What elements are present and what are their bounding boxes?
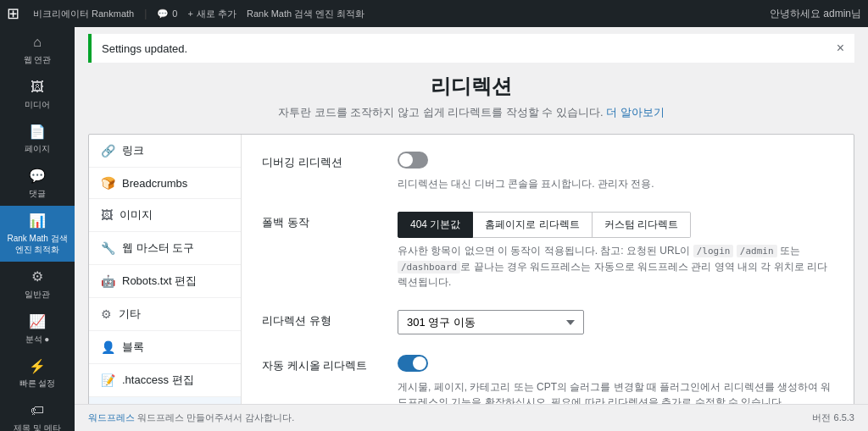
sidebar-item-general[interactable]: ⚙ 일반관 bbox=[0, 262, 75, 307]
behavior-desc: 유사한 항목이 없으면 이 동작이 적용됩니다. 참고: 요청된 URL이 /l… bbox=[398, 243, 833, 290]
sidebar-item-comments[interactable]: 💬 댓글 bbox=[0, 161, 75, 206]
nav-item-images[interactable]: 🖼 이미지 bbox=[89, 199, 241, 232]
sidebar: ⌂ 웹 연관 🖼 미디어 📄 페이지 💬 댓글 📊 Rank Math 검색 엔… bbox=[0, 27, 75, 431]
settings-nav: 🔗 링크 🍞 Breadcrumbs 🖼 이미지 bbox=[89, 135, 242, 404]
auto-setting-row: 자동 케시올 리다렉트 게시물, 페이지, 카테고리 또는 CPT의 슬러그를 … bbox=[262, 355, 833, 404]
other-icon: ⚙ bbox=[101, 307, 112, 321]
auto-toggle-thumb bbox=[413, 356, 426, 370]
robots-icon: 🤖 bbox=[101, 274, 115, 288]
behavior-control: 404 기본값 홈페이지로 리다렉트 커스텀 리다렉트 유사한 항목이 없으면 … bbox=[398, 212, 833, 290]
auto-toggle-track bbox=[398, 355, 428, 372]
version-label: 버전 6.5.3 bbox=[812, 412, 854, 424]
redirect-type-setting-row: 리다렉션 유형 301 영구 이동 302 임시 이동 307 임시 리디렉션 … bbox=[262, 310, 833, 334]
sidebar-item-pages[interactable]: 📄 페이지 bbox=[0, 117, 75, 162]
behavior-btn-custom[interactable]: 커스텀 리다렉트 bbox=[593, 212, 691, 238]
debug-control: 리디렉션는 대신 디버그 콘솔을 표시합니다. 관리자 전용. bbox=[398, 152, 833, 191]
footer-credit: 워드프레스 워드프레스 만들어주셔서 감사합니다. bbox=[88, 412, 294, 424]
rankmath-icon: 📊 bbox=[29, 213, 46, 230]
sidebar-item-home[interactable]: ⌂ 웹 연관 bbox=[0, 27, 75, 72]
admin-bar: ⊞ 비크리에이터 Rankmath | 💬 0 + 새로 추가 Rank Mat… bbox=[0, 0, 868, 27]
notice-close-button[interactable]: × bbox=[837, 41, 844, 56]
page-subtitle: 자투란 코드를 조작하지 않고 쉽게 리다렉트를 작성할 수 있습니다. 더 알… bbox=[88, 105, 854, 120]
images-icon: 🖼 bbox=[101, 208, 113, 222]
nav-item-htaccess[interactable]: 📝 .htaccess 편집 bbox=[89, 364, 241, 397]
htaccess-icon: 📝 bbox=[101, 373, 115, 387]
media-icon: 🖼 bbox=[31, 79, 44, 97]
learn-more-link[interactable]: 더 알아보기 bbox=[606, 106, 665, 119]
comment-count[interactable]: 💬 0 bbox=[157, 8, 177, 19]
redirect-type-control: 301 영구 이동 302 임시 이동 307 임시 리디렉션 410 삭제됨 … bbox=[398, 310, 833, 334]
greeting: 안녕하세요 admin님 bbox=[770, 7, 861, 21]
settings-body: 디버깅 리디렉션 리디렉션는 대신 디버그 콘솔을 표시합니다. 관리자 전용. bbox=[242, 135, 854, 404]
nav-item-webmaster[interactable]: 🔧 웹 마스터 도구 bbox=[89, 232, 241, 265]
page-header: 리디렉션 자투란 코드를 조작하지 않고 쉽게 리다렉트를 작성할 수 있습니다… bbox=[88, 73, 854, 120]
link-icon: 🔗 bbox=[101, 144, 115, 157]
analytics-icon: 📈 bbox=[29, 313, 46, 331]
page-footer: 워드프레스 워드프레스 만들어주셔서 감사합니다. 버전 6.5.3 bbox=[75, 404, 868, 431]
behavior-setting-row: 폴백 동작 404 기본값 홈페이지로 리다렉트 커스텀 리다렉트 유사한 항목… bbox=[262, 212, 833, 290]
notice-text: Settings updated. bbox=[102, 42, 187, 55]
comments-icon: 💬 bbox=[29, 168, 46, 185]
wordpress-link[interactable]: 워드프레스 bbox=[88, 412, 135, 423]
behavior-btn-homepage[interactable]: 홈페이지로 리다렉트 bbox=[473, 212, 592, 238]
auto-toggle[interactable] bbox=[398, 355, 428, 372]
redirect-type-label: 리다렉션 유형 bbox=[262, 310, 381, 329]
nav-item-roles[interactable]: 👤 블록 bbox=[89, 331, 241, 364]
pages-icon: 📄 bbox=[29, 124, 46, 141]
home-icon: ⌂ bbox=[33, 34, 42, 52]
behavior-btn-404[interactable]: 404 기본값 bbox=[398, 212, 473, 238]
nav-item-other[interactable]: ⚙ 기타 bbox=[89, 298, 241, 331]
webmaster-icon: 🔧 bbox=[101, 241, 115, 255]
debug-toggle-track bbox=[398, 152, 428, 169]
quick-icon: ⚡ bbox=[29, 358, 46, 376]
sidebar-item-media[interactable]: 🖼 미디어 bbox=[0, 72, 75, 117]
page-title: 리디렉션 bbox=[88, 73, 854, 100]
settings-panel: 🔗 링크 🍞 Breadcrumbs 🖼 이미지 bbox=[88, 134, 854, 404]
nav-item-redirections[interactable]: ↩ 리디렉션 1 bbox=[89, 397, 241, 404]
nav-item-robots[interactable]: 🤖 Robots.txt 편집 bbox=[89, 265, 241, 298]
sidebar-item-rankmath[interactable]: 📊 Rank Math 검색 엔진 최적화 bbox=[0, 206, 75, 262]
auto-control: 게시물, 페이지, 카테고리 또는 CPT의 슬러그를 변경할 때 플러그인에서… bbox=[398, 355, 833, 404]
sidebar-item-quick-settings[interactable]: ⚡ 빠른 설정 bbox=[0, 351, 75, 396]
titles-icon: 🏷 bbox=[31, 402, 44, 420]
sidebar-item-analytics[interactable]: 📈 분석 ● bbox=[0, 307, 75, 351]
wp-logo[interactable]: ⊞ bbox=[7, 4, 19, 23]
nav-item-links[interactable]: 🔗 링크 bbox=[89, 135, 241, 168]
site-name[interactable]: 비크리에이터 Rankmath bbox=[33, 8, 134, 20]
behavior-btn-group: 404 기본값 홈페이지로 리다렉트 커스텀 리다렉트 bbox=[398, 212, 833, 238]
nav-item-breadcrumbs[interactable]: 🍞 Breadcrumbs bbox=[89, 168, 241, 199]
roles-icon: 👤 bbox=[101, 340, 115, 354]
rankmath-bar[interactable]: Rank Math 검색 엔진 최적화 bbox=[247, 8, 364, 20]
breadcrumbs-icon: 🍞 bbox=[101, 176, 115, 190]
add-new[interactable]: + 새로 추가 bbox=[187, 8, 236, 20]
auto-desc: 게시물, 페이지, 카테고리 또는 CPT의 슬러그를 변경할 때 플러그인에서… bbox=[398, 379, 833, 404]
debug-toggle-thumb bbox=[399, 153, 413, 167]
auto-label: 자동 케시올 리다렉트 bbox=[262, 355, 381, 373]
notice-bar: Settings updated. × bbox=[88, 34, 854, 63]
debug-toggle[interactable] bbox=[398, 152, 428, 169]
behavior-label: 폴백 동작 bbox=[262, 212, 381, 230]
debug-label: 디버깅 리디렉션 bbox=[262, 152, 381, 170]
debug-setting-row: 디버깅 리디렉션 리디렉션는 대신 디버그 콘솔을 표시합니다. 관리자 전용. bbox=[262, 152, 833, 191]
general-icon: ⚙ bbox=[31, 268, 43, 286]
debug-desc: 리디렉션는 대신 디버그 콘솔을 표시합니다. 관리자 전용. bbox=[398, 176, 833, 191]
sidebar-item-titles[interactable]: 🏷 제목 및 메타 bbox=[0, 395, 75, 431]
redirect-type-select[interactable]: 301 영구 이동 302 임시 이동 307 임시 리디렉션 410 삭제됨 … bbox=[398, 310, 584, 334]
